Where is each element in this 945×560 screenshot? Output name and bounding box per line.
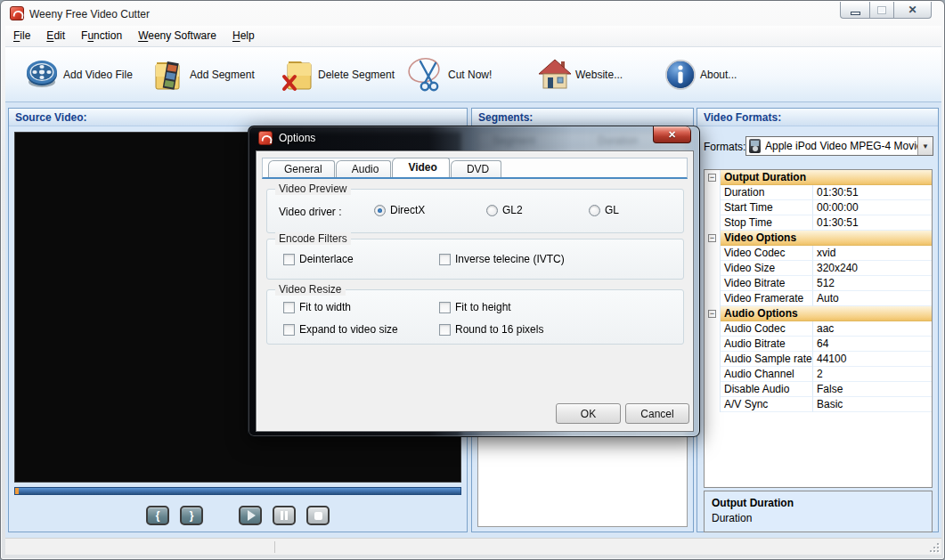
property-row[interactable]: Audio Codecaac [705, 321, 932, 337]
property-row[interactable]: Video Bitrate512 [705, 276, 932, 291]
video-resize-group-label: Video Resize [275, 283, 346, 296]
seek-bar[interactable] [14, 487, 461, 495]
ok-button[interactable]: OK [556, 403, 621, 424]
radio-icon [374, 205, 386, 216]
seek-marker[interactable] [15, 488, 19, 494]
close-button[interactable]: ✕ [893, 2, 932, 19]
radio-icon [486, 205, 498, 216]
chevron-down-icon: ▼ [922, 142, 929, 150]
film-reel-icon [23, 59, 61, 91]
tool-label: Delete Segment [318, 69, 395, 81]
video-preview-group: Video Preview Video driver : DirectX GL2… [266, 189, 684, 233]
radio-gl[interactable]: GL [589, 204, 619, 216]
encode-filters-group-label: Encode Filters [275, 232, 351, 245]
section-row[interactable]: − Output Duration [705, 170, 932, 185]
stop-button[interactable] [306, 506, 330, 525]
delete-segment-button[interactable]: Delete Segment [281, 47, 395, 102]
tool-label: Add Video File [63, 69, 133, 81]
property-row[interactable]: Start Time00:00:00 [705, 200, 932, 215]
dialog-close-button[interactable]: ✕ [653, 126, 691, 143]
radio-directx[interactable]: DirectX [374, 204, 425, 216]
tab-audio[interactable]: Audio [336, 160, 392, 177]
menu-weeny-software[interactable]: Weeny Software [130, 26, 224, 46]
radio-gl2[interactable]: GL2 [486, 204, 523, 216]
property-row[interactable]: Audio Bitrate64 [705, 337, 932, 352]
cancel-button[interactable]: Cancel [625, 403, 689, 424]
collapse-toggle[interactable]: − [705, 231, 721, 246]
pause-icon [281, 511, 288, 520]
property-row[interactable]: Audio Channel2 [705, 367, 932, 382]
checkbox-round-to-16-pixels[interactable]: Round to 16 pixels [439, 323, 543, 336]
cut-now-button[interactable]: Cut Now! [406, 47, 492, 102]
checkbox-inverse-telecine[interactable]: Inverse telecine (IVTC) [439, 253, 565, 265]
property-row[interactable]: A/V SyncBasic [705, 397, 932, 412]
close-icon: ✕ [668, 129, 676, 141]
play-button[interactable] [239, 506, 262, 525]
video-driver-label: Video driver : [279, 206, 341, 218]
info-icon [664, 58, 697, 92]
menu-edit[interactable]: Edit [38, 26, 73, 46]
ipod-icon [749, 139, 761, 153]
mark-start-button[interactable]: { [146, 506, 169, 525]
pause-button[interactable] [273, 506, 296, 525]
collapse-toggle[interactable]: − [705, 170, 721, 185]
title-bar[interactable]: Weeny Free Video Cutter ✕ [2, 2, 943, 26]
mark-end-button[interactable]: } [180, 506, 203, 525]
dialog-client: General Audio Video DVD Video Preview Vi… [256, 150, 694, 432]
description-title: Output Duration [712, 497, 925, 509]
tab-bar: General Audio Video DVD [262, 158, 688, 179]
checkbox-expand-to-video-size[interactable]: Expand to video size [283, 323, 398, 336]
checkbox-fit-to-width[interactable]: Fit to width [283, 301, 351, 313]
tab-dvd[interactable]: DVD [451, 160, 501, 177]
section-row[interactable]: − Video Options [705, 231, 932, 246]
menu-function[interactable]: Function [73, 26, 130, 46]
section-title: Video Options [721, 231, 932, 246]
stop-icon [314, 512, 322, 520]
checkbox-icon [283, 254, 295, 265]
property-row[interactable]: Video Size320x240 [705, 261, 932, 276]
section-title: Output Duration [721, 170, 932, 185]
checkbox-icon [439, 302, 451, 313]
menu-bar: File Edit Function Weeny Software Help [5, 26, 941, 46]
section-title: Audio Options [721, 306, 932, 321]
menu-help[interactable]: Help [224, 26, 263, 46]
checkbox-icon [283, 302, 295, 313]
property-row[interactable]: Stop Time01:30:51 [705, 215, 932, 231]
collapse-toggle[interactable]: − [705, 306, 721, 321]
tool-label: Add Segment [190, 69, 255, 81]
play-icon [248, 510, 256, 521]
resize-grip[interactable] [928, 541, 939, 552]
segments-header: Segments: [472, 109, 693, 126]
tab-video[interactable]: Video [392, 158, 449, 177]
dialog-app-icon [258, 131, 273, 145]
status-bar [5, 538, 941, 555]
website-button[interactable]: Website... [537, 47, 623, 102]
checkbox-fit-to-height[interactable]: Fit to height [439, 301, 511, 313]
dropdown-button[interactable]: ▼ [917, 137, 933, 155]
property-row[interactable]: Audio Sample rate44100 [705, 352, 932, 367]
minus-icon: − [708, 310, 716, 318]
format-dropdown[interactable]: Apple iPod Video MPEG-4 Movie ( ▼ [745, 136, 933, 156]
minimize-button[interactable] [840, 2, 869, 19]
add-segment-button[interactable]: Add Segment [153, 47, 255, 102]
status-divider [274, 541, 275, 553]
property-row[interactable]: Duration01:30:51 [705, 185, 932, 200]
add-video-file-button[interactable]: Add Video File [23, 47, 133, 102]
section-row[interactable]: − Audio Options [705, 306, 932, 321]
property-grid: − Output Duration Duration01:30:51 Start… [704, 169, 933, 488]
property-description: Output Duration Duration [704, 491, 933, 532]
property-row[interactable]: Video Codecxvid [705, 246, 932, 261]
property-row[interactable]: Video FramerateAuto [705, 291, 932, 306]
maximize-button[interactable] [869, 2, 893, 19]
checkbox-deinterlace[interactable]: Deinterlace [283, 253, 354, 265]
tool-label: Website... [575, 69, 623, 81]
source-video-header: Source Video: [9, 109, 467, 126]
folder-delete-icon [281, 57, 315, 93]
tab-general[interactable]: General [268, 160, 335, 177]
brace-open-icon: { [156, 509, 160, 522]
window-controls: ✕ [840, 2, 932, 19]
about-button[interactable]: About... [664, 47, 737, 102]
menu-file[interactable]: File [5, 26, 38, 46]
property-row[interactable]: Disable AudioFalse [705, 382, 932, 397]
app-icon [10, 6, 24, 20]
